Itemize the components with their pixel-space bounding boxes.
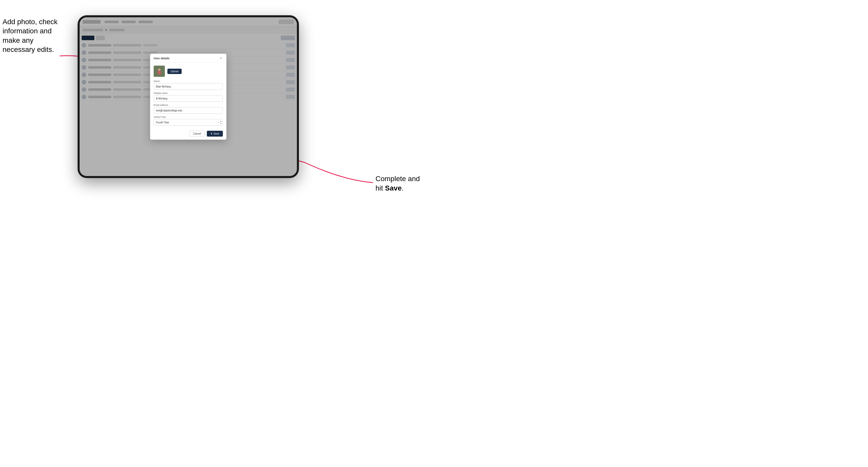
save-icon: ⬆ [210,132,212,135]
photo-thumb-inner [154,66,165,77]
annotation-right-end: . [402,184,404,192]
photo-person-svg [154,66,165,77]
svg-point-4 [158,68,160,71]
annotation-left-line3: make any [3,36,33,44]
school-year-clear-button[interactable]: × [218,121,219,124]
save-button[interactable]: ⬆ Save [207,131,223,136]
school-year-controls: × ▲ ▼ [218,120,222,125]
modal-body: Upload Name Display name Email addre [150,63,226,131]
annotation-right-bold: Save [385,184,401,192]
modal-overlay: User details × [80,17,297,176]
school-year-form-group: School Year × ▲ ▼ [154,116,223,126]
annotation-right-line2: hit [375,184,385,192]
display-name-label: Display name [154,92,223,94]
upload-photo-button[interactable]: Upload [167,69,182,74]
svg-rect-5 [158,71,161,74]
annotation-left: Add photo, check information and make an… [3,17,61,55]
email-input[interactable] [154,107,223,114]
modal-header: User details × [150,54,226,63]
display-name-input[interactable] [154,95,223,102]
school-year-arrow[interactable]: ▲ ▼ [220,120,222,125]
cancel-button[interactable]: Cancel [189,131,205,136]
photo-thumbnail [154,66,165,77]
tablet-device: User details × [78,15,299,178]
annotation-right-line1: Complete and [375,175,420,183]
email-label: Email address [154,104,223,106]
photo-section: Upload [154,66,223,77]
modal-footer: Cancel ⬆ Save [150,131,226,139]
name-input[interactable] [154,83,223,90]
name-form-group: Name [154,80,223,90]
annotation-left-line2: information and [3,27,52,35]
name-label: Name [154,80,223,83]
display-name-form-group: Display name [154,92,223,102]
school-year-wrapper: × ▲ ▼ [154,119,223,126]
email-form-group: Email address [154,104,223,114]
modal-close-button[interactable]: × [219,56,223,60]
school-year-label: School Year [154,116,223,118]
school-year-input[interactable] [154,119,223,126]
annotation-left-line1: Add photo, check [3,18,58,26]
annotation-right: Complete and hit Save. [375,174,431,193]
save-label: Save [213,132,219,135]
tablet-screen: User details × [80,17,297,176]
annotation-left-line4: necessary edits. [3,45,54,54]
user-details-modal: User details × [150,54,226,139]
modal-title: User details [154,57,169,60]
